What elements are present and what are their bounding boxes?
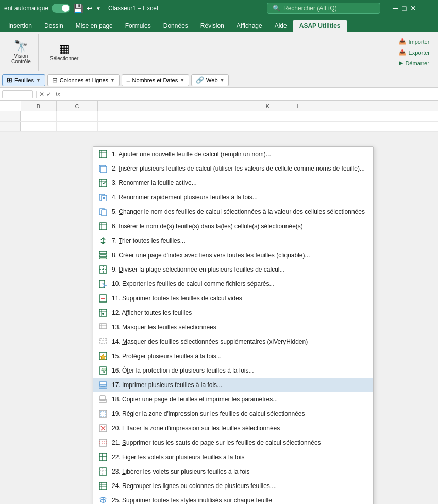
menu-text-12: 12. Afficher toutes les feuilles: [112, 309, 368, 316]
close-icon[interactable]: ✕: [410, 4, 416, 12]
menu-item-16[interactable]: 16. Ôter la protection de plusieurs feui…: [93, 363, 373, 378]
ribbon-tabs: Insertion Dessin Mise en page Formules D…: [0, 16, 438, 32]
table-row: [0, 122, 438, 132]
cell[interactable]: [21, 111, 57, 121]
formula-cross-icon[interactable]: ✕: [39, 91, 44, 98]
cell[interactable]: [98, 111, 252, 121]
formula-check-icon[interactable]: ✓: [46, 91, 52, 98]
formula-input[interactable]: [64, 91, 436, 98]
nombres-dates-icon: ≡: [126, 76, 130, 84]
menu-item-18[interactable]: 18. Copier une page de feuilles et impri…: [93, 392, 373, 407]
menu-text-25: 25. Supprimer toutes les styles inutilis…: [112, 497, 368, 504]
menu-item-25[interactable]: 25. Supprimer toutes les styles inutilis…: [93, 493, 373, 504]
menu-icon-6: [98, 222, 108, 231]
menu-item-15[interactable]: 15. Protéger plusieurs feuilles à la foi…: [93, 349, 373, 363]
menu-item-2[interactable]: 2. Insérer plusieurs feuilles de calcul …: [93, 161, 373, 176]
menu-item-11[interactable]: 11. Supprimer toutes les feuilles de cal…: [93, 291, 373, 306]
col-headers: B C K L: [21, 101, 438, 111]
vision-label: Vision Contrôle: [11, 53, 31, 64]
tab-affichage[interactable]: Affichage: [230, 20, 268, 32]
undo-icon[interactable]: ↩: [87, 4, 93, 12]
demarrer-button[interactable]: ▶ Démarrer: [395, 59, 434, 68]
menu-icon-24: [98, 481, 108, 491]
tab-asap[interactable]: ASAP Utilities: [293, 20, 347, 32]
cell[interactable]: [21, 122, 57, 131]
ribbon-group-vision: 🔭 Vision Contrôle: [4, 34, 39, 71]
nombres-dates-label: Nombres et Dates: [132, 77, 178, 83]
menu-icon-17: [98, 380, 108, 390]
tab-insertion[interactable]: Insertion: [2, 20, 38, 32]
menu-item-4[interactable]: 4. Renommer rapidement plusieurs feuille…: [93, 190, 373, 205]
menu-item-13[interactable]: 13. Masquer les feuilles sélectionnées: [93, 320, 373, 334]
save-icon[interactable]: 💾: [73, 4, 83, 13]
menu-icon-14: [98, 337, 108, 346]
vision-controle-button[interactable]: 🔭 Vision Contrôle: [8, 39, 34, 66]
cell[interactable]: [283, 122, 314, 131]
menu-item-22[interactable]: 22. Figer les volets sur plusieurs feuil…: [93, 450, 373, 464]
tab-revision[interactable]: Révision: [194, 20, 230, 32]
menu-text-13: 13. Masquer les feuilles sélectionnées: [112, 324, 368, 331]
menu-item-14[interactable]: 14. Masquer des feuilles sélectionnées s…: [93, 334, 373, 349]
maximize-icon[interactable]: □: [402, 4, 406, 12]
cell[interactable]: [98, 122, 252, 131]
formula-fx-icon[interactable]: fx: [54, 91, 62, 98]
menu-item-9[interactable]: 9. Diviser la plage sélectionnée en plus…: [93, 262, 373, 277]
menu-item-19[interactable]: 19. Régler la zone d'impression sur les …: [93, 407, 373, 421]
svg-rect-32: [99, 324, 107, 329]
menu-icon-2: [98, 164, 108, 173]
autosave-toggle[interactable]: [52, 4, 70, 13]
cell[interactable]: [57, 111, 98, 121]
menu-icon-10: [98, 279, 108, 289]
cell[interactable]: [283, 111, 314, 121]
tab-formules[interactable]: Formules: [119, 20, 157, 32]
colonnes-lignes-label: Colonnes et Lignes: [60, 77, 108, 83]
feuilles-button[interactable]: ⊞ Feuilles ▼: [2, 74, 45, 86]
cell[interactable]: [252, 111, 283, 121]
cell[interactable]: [57, 122, 98, 131]
web-button[interactable]: 🔗 Web ▼: [191, 74, 229, 86]
exporter-button[interactable]: 📤 Exporter: [395, 48, 434, 57]
search-icon: 🔍: [273, 5, 280, 12]
nombres-dates-button[interactable]: ≡ Nombres et Dates ▼: [122, 74, 189, 86]
colonnes-lignes-button[interactable]: ⊟ Colonnes et Lignes ▼: [47, 74, 120, 86]
demarrer-icon: ▶: [399, 60, 403, 66]
menu-item-3[interactable]: 3. Renommer la feuille active...: [93, 176, 373, 190]
menu-item-20[interactable]: 20. Effacer la zone d'impression sur les…: [93, 421, 373, 435]
minimize-icon[interactable]: ─: [393, 4, 398, 12]
cell[interactable]: [252, 122, 283, 131]
formula-bar: | ✕ ✓ fx: [0, 88, 438, 101]
menu-item-17[interactable]: 17. Imprimer plusieurs feuilles à la foi…: [93, 378, 373, 392]
tab-donnees[interactable]: Données: [157, 20, 194, 32]
menu-item-10[interactable]: 10. Exporter les feuilles de calcul comm…: [93, 277, 373, 291]
menu-item-8[interactable]: 8. Créer une page d'index avec liens ver…: [93, 248, 373, 262]
menu-item-1[interactable]: 1. Ajouter une nouvelle feuille de calcu…: [93, 147, 373, 161]
menu-icon-13: [98, 323, 108, 332]
svg-rect-18: [99, 251, 107, 254]
svg-rect-55: [99, 468, 107, 475]
menu-item-23[interactable]: 23. Libérer les volets sur plusieurs feu…: [93, 464, 373, 479]
ribbon: 🔭 Vision Contrôle ▦ Sélectionner 📥 Impor…: [0, 32, 438, 73]
dropdown-icon[interactable]: ▼: [96, 6, 101, 11]
menu-icon-21: [98, 438, 108, 447]
menu-item-6[interactable]: 6. Insérer le nom de(s) feuille(s) dans …: [93, 219, 373, 233]
menu-text-21: 21. Supprimer tous les sauts de page sur…: [112, 439, 368, 446]
menu-text-19: 19. Régler la zone d'impression sur les …: [112, 410, 368, 417]
nombres-dates-chevron: ▼: [180, 78, 184, 83]
importer-button[interactable]: 📥 Importer: [395, 37, 434, 46]
menu-icon-4: [98, 193, 108, 202]
selectionner-button[interactable]: ▦ Sélectionner: [47, 41, 82, 63]
title-search-box[interactable]: 🔍 Rechercher (Alt+Q): [267, 3, 380, 14]
menu-item-21[interactable]: 21. Supprimer tous les sauts de page sur…: [93, 435, 373, 450]
menu-text-7: 7. Trier toutes les feuilles...: [112, 237, 368, 244]
menu-item-12[interactable]: 12. Afficher toutes les feuilles: [93, 306, 373, 320]
search-placeholder: Rechercher (Alt+Q): [283, 5, 337, 12]
menu-item-24[interactable]: 24. Regrouper les lignes ou colonnes de …: [93, 479, 373, 493]
tab-mise-en-page[interactable]: Mise en page: [70, 20, 119, 32]
tab-aide[interactable]: Aide: [268, 20, 293, 32]
tab-dessin[interactable]: Dessin: [38, 20, 70, 32]
menu-item-7[interactable]: 7. Trier toutes les feuilles...: [93, 233, 373, 248]
svg-rect-11: [102, 210, 107, 216]
name-box[interactable]: [2, 90, 33, 98]
menu-item-5[interactable]: 5. Changer le nom des feuilles de calcul…: [93, 205, 373, 219]
svg-rect-49: [99, 439, 107, 446]
